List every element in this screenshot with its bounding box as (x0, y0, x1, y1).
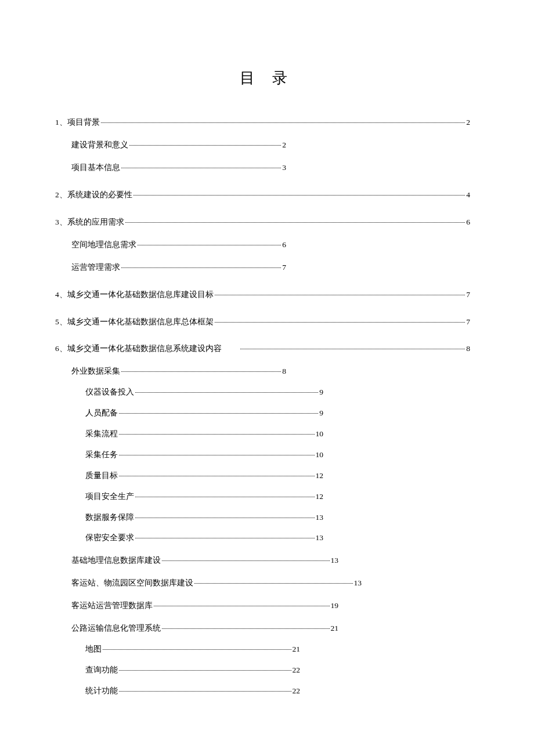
toc-page-number: 9 (319, 387, 323, 398)
toc-leader-dots (119, 413, 318, 414)
toc-entry-l3: 项目安全生产 12 (55, 491, 323, 502)
toc-entry-l3: 采集流程 10 (55, 429, 323, 440)
toc-leader-dots (135, 497, 315, 497)
toc-page-number: 12 (316, 471, 324, 482)
toc-label: 1、项目背景 (55, 117, 100, 128)
toc-title: 目 录 (55, 68, 479, 88)
toc-page-number: 8 (466, 343, 470, 355)
toc-label: 客运站运营管理数据库 (71, 601, 153, 612)
toc-label: 外业数据采集 (71, 366, 120, 377)
toc-label: 地图 (85, 644, 102, 655)
toc-label: 客运站、物流园区空间数据库建设 (71, 578, 193, 589)
toc-leader-dots (129, 145, 281, 146)
toc-page-number: 13 (316, 533, 324, 544)
toc-entry-l3: 保密安全要求 13 (55, 533, 323, 544)
toc-leader-dots (135, 538, 315, 538)
toc-page-number: 6 (466, 217, 470, 228)
toc-page-number: 4 (466, 190, 470, 201)
toc-entry-l2: 运营管理需求 7 (55, 262, 286, 273)
toc-leader-dots (162, 628, 330, 629)
toc-entry-l3: 仪器设备投入 9 (55, 387, 323, 398)
toc-page-number: 21 (331, 623, 339, 634)
toc-label: 6、城乡交通一体化基础数据信息系统建设内容 (55, 343, 222, 355)
toc-entry-l3: 质量目标 12 (55, 471, 323, 482)
toc-leader-dots (121, 371, 281, 372)
toc-entry-l3: 地图 21 (55, 644, 300, 655)
toc-leader-dots (135, 392, 318, 393)
toc-page-number: 6 (282, 240, 286, 251)
toc-leader-dots (119, 691, 291, 692)
toc-entry-l2: 项目基本信息 3 (55, 162, 286, 173)
toc-page-number: 10 (316, 429, 324, 440)
toc-leader-dots (119, 455, 315, 455)
toc-label: 数据服务保障 (85, 512, 134, 523)
toc-page-number: 22 (293, 665, 301, 676)
toc-leader-dots (119, 476, 315, 476)
toc-label: 4、城乡交通一体化基础数据信息库建设目标 (55, 290, 214, 301)
toc-leader-dots (119, 434, 315, 435)
toc-page-number: 13 (331, 555, 339, 566)
toc-entry-l2: 公路运输信息化管理系统 21 (55, 623, 338, 634)
toc-leader-dots (121, 267, 281, 268)
toc-page-number: 19 (331, 601, 339, 612)
toc-page-number: 10 (316, 450, 324, 461)
toc-leader-dots (119, 670, 291, 671)
toc-leader-dots (215, 322, 466, 323)
toc-entry-l1: 5、城乡交通一体化基础数据信息库总体框架 7 (55, 317, 470, 328)
table-of-contents: 1、项目背景 2 建设背景和意义 2 项目基本信息 3 2、系统建设的必要性 4… (55, 117, 479, 696)
toc-label: 2、系统建设的必要性 (55, 190, 132, 201)
toc-leader-dots (240, 349, 466, 349)
toc-leader-dots (134, 195, 466, 196)
toc-entry-l2: 基础地理信息数据库建设 13 (55, 555, 338, 566)
document-page: 目 录 1、项目背景 2 建设背景和意义 2 项目基本信息 3 2、系统建设的必… (0, 0, 534, 732)
toc-leader-dots (154, 606, 330, 606)
toc-leader-dots (103, 649, 291, 650)
toc-page-number: 8 (282, 366, 286, 377)
toc-leader-dots (135, 518, 315, 518)
toc-label: 质量目标 (85, 471, 118, 482)
toc-page-number: 12 (316, 491, 324, 502)
toc-label: 公路运输信息化管理系统 (71, 623, 161, 634)
toc-label: 采集流程 (85, 429, 118, 440)
toc-page-number: 2 (466, 117, 470, 128)
toc-label: 保密安全要求 (85, 533, 134, 544)
toc-label: 查询功能 (85, 665, 118, 676)
toc-entry-l3: 数据服务保障 13 (55, 512, 323, 523)
toc-label: 采集任务 (85, 450, 118, 461)
toc-label: 人员配备 (85, 408, 118, 419)
toc-label: 项目安全生产 (85, 491, 134, 502)
toc-page-number: 7 (282, 262, 286, 273)
toc-leader-dots (121, 168, 281, 168)
toc-entry-l2: 客运站、物流园区空间数据库建设 13 (55, 578, 362, 589)
toc-entry-l1: 6、城乡交通一体化基础数据信息系统建设内容 8 (55, 343, 470, 355)
toc-entry-l3: 人员配备 9 (55, 408, 323, 419)
toc-page-number: 2 (282, 140, 286, 151)
toc-page-number: 21 (293, 644, 301, 655)
toc-label: 仪器设备投入 (85, 387, 134, 398)
toc-entry-l3: 采集任务 10 (55, 450, 323, 461)
toc-page-number: 9 (319, 408, 323, 419)
toc-entry-l1: 3、系统的应用需求 6 (55, 217, 470, 228)
toc-label: 空间地理信息需求 (71, 240, 136, 251)
toc-leader-dots (194, 583, 353, 584)
toc-label: 运营管理需求 (71, 262, 120, 273)
toc-entry-l3: 查询功能 22 (55, 665, 300, 676)
toc-entry-l2: 空间地理信息需求 6 (55, 240, 286, 251)
toc-entry-l2: 外业数据采集 8 (55, 366, 286, 377)
toc-label: 统计功能 (85, 686, 118, 697)
toc-leader-dots (215, 295, 466, 295)
toc-entry-l1: 4、城乡交通一体化基础数据信息库建设目标 7 (55, 290, 470, 301)
toc-leader-dots (138, 245, 281, 245)
toc-label: 基础地理信息数据库建设 (71, 555, 161, 566)
toc-label: 5、城乡交通一体化基础数据信息库总体框架 (55, 317, 214, 328)
toc-label: 项目基本信息 (71, 162, 120, 173)
toc-leader-dots (125, 222, 466, 223)
toc-label: 3、系统的应用需求 (55, 217, 124, 228)
toc-entry-l1: 1、项目背景 2 (55, 117, 470, 128)
toc-entry-l2: 建设背景和意义 2 (55, 140, 286, 151)
toc-page-number: 22 (293, 686, 301, 697)
toc-entry-l1: 2、系统建设的必要性 4 (55, 190, 470, 201)
toc-page-number: 3 (282, 162, 286, 173)
toc-label: 建设背景和意义 (71, 140, 128, 151)
toc-page-number: 7 (466, 317, 470, 328)
